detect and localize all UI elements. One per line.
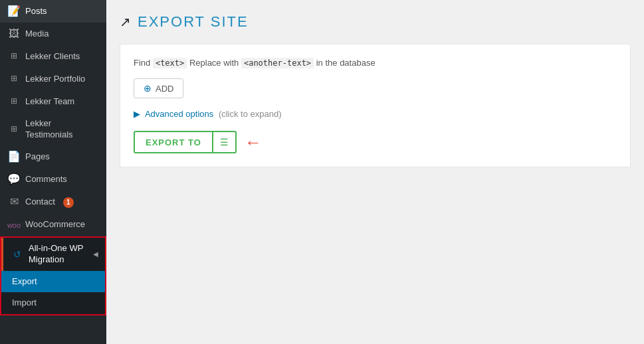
sidebar-item-media[interactable]: 🖼 Media — [0, 23, 106, 45]
add-icon: ⊕ — [144, 83, 152, 94]
sidebar-label-woocommerce: WooCommerce — [25, 219, 85, 230]
contact-badge: 1 — [63, 197, 74, 208]
sidebar-label-media: Media — [25, 29, 49, 40]
sidebar-label-lekker-team: Lekker Team — [25, 96, 74, 108]
sidebar-item-comments[interactable]: 💬 Comments — [0, 169, 106, 191]
sidebar-item-import[interactable]: Import — [1, 292, 105, 314]
lekker-portfolio-icon: ⊞ — [8, 73, 20, 85]
export-card: Find <text> Replace with <another-text> … — [120, 44, 631, 167]
lekker-clients-icon: ⊞ — [8, 50, 20, 62]
page-title: EXPORT SITE — [138, 13, 249, 31]
sidebar-item-lekker-testimonials[interactable]: ⊞ Lekker Testimonials — [0, 113, 106, 146]
advanced-options-link[interactable]: Advanced options — [145, 109, 216, 119]
export-button-wrapper: EXPORT TO ☰ ← — [134, 131, 617, 153]
page-header: ↗ EXPORT SITE — [120, 13, 631, 31]
sidebar-item-all-in-one[interactable]: ↺ All-in-One WP Migration ◀ — [1, 238, 105, 271]
sidebar-label-lekker-testimonials: Lekker Testimonials — [25, 118, 100, 141]
find-replace-description: Find <text> Replace with <another-text> … — [134, 58, 617, 68]
sidebar-item-contact[interactable]: ✉ Contact 1 — [0, 191, 106, 214]
content-area: ↗ EXPORT SITE Find <text> Replace with <… — [106, 0, 644, 344]
arrow-annotation: ← — [245, 133, 262, 151]
lekker-team-icon: ⊞ — [8, 96, 20, 108]
import-label: Import — [12, 298, 37, 309]
export-to-menu-icon: ☰ — [212, 132, 235, 152]
all-in-one-icon: ↺ — [11, 248, 23, 260]
sidebar-item-lekker-team[interactable]: ⊞ Lekker Team — [0, 90, 106, 113]
sidebar-label-contact: Contact — [25, 197, 55, 208]
sidebar-item-export[interactable]: Export — [1, 271, 105, 293]
sidebar-label-pages: Pages — [25, 151, 50, 163]
main-content: ↗ EXPORT SITE Find <text> Replace with <… — [106, 0, 644, 344]
sidebar-label-all-in-one: All-in-One WP Migration — [29, 243, 88, 266]
sidebar-label-lekker-portfolio: Lekker Portfolio — [25, 74, 85, 85]
sidebar-label-lekker-clients: Lekker Clients — [25, 51, 80, 62]
advanced-arrow-icon: ▶ — [134, 109, 140, 119]
find-placeholder: <text> — [153, 58, 187, 68]
add-button[interactable]: ⊕ ADD — [134, 78, 183, 98]
add-label: ADD — [156, 84, 173, 94]
all-in-one-section: ↺ All-in-One WP Migration ◀ Export Impor… — [0, 236, 106, 316]
all-in-one-subnav: Export Import — [1, 271, 105, 315]
sidebar-item-pages[interactable]: 📄 Pages — [0, 146, 106, 169]
export-to-label: EXPORT TO — [135, 133, 212, 152]
find-text: Find — [134, 58, 153, 68]
advanced-options-row: ▶ Advanced options (click to expand) — [134, 109, 617, 119]
lekker-testimonials-icon: ⊞ — [8, 124, 20, 135]
collapse-arrow-icon: ◀ — [93, 250, 98, 258]
in-database-text: in the database — [316, 58, 376, 68]
sidebar-label-posts: Posts — [25, 6, 47, 17]
sidebar: 📝 Posts 🖼 Media ⊞ Lekker Clients ⊞ Lekke… — [0, 0, 106, 344]
export-to-button[interactable]: EXPORT TO ☰ — [134, 131, 237, 153]
advanced-options-label: Advanced options — [145, 109, 213, 119]
export-label: Export — [12, 276, 37, 288]
sidebar-item-woocommerce[interactable]: woo WooCommerce — [0, 214, 106, 236]
contact-icon: ✉ — [8, 197, 20, 209]
sidebar-label-comments: Comments — [25, 174, 67, 185]
pages-icon: 📄 — [8, 151, 20, 163]
comments-icon: 💬 — [8, 174, 20, 186]
posts-icon: 📝 — [8, 5, 20, 17]
another-placeholder: <another-text> — [241, 58, 314, 68]
sidebar-item-lekker-portfolio[interactable]: ⊞ Lekker Portfolio — [0, 68, 106, 90]
media-icon: 🖼 — [8, 28, 20, 40]
export-site-icon: ↗ — [120, 14, 131, 30]
woocommerce-icon: woo — [8, 219, 20, 231]
replace-with-text: Replace with — [189, 58, 241, 68]
sidebar-item-lekker-clients[interactable]: ⊞ Lekker Clients — [0, 45, 106, 68]
sidebar-item-posts[interactable]: 📝 Posts — [0, 0, 106, 23]
advanced-options-note: (click to expand) — [219, 109, 282, 119]
